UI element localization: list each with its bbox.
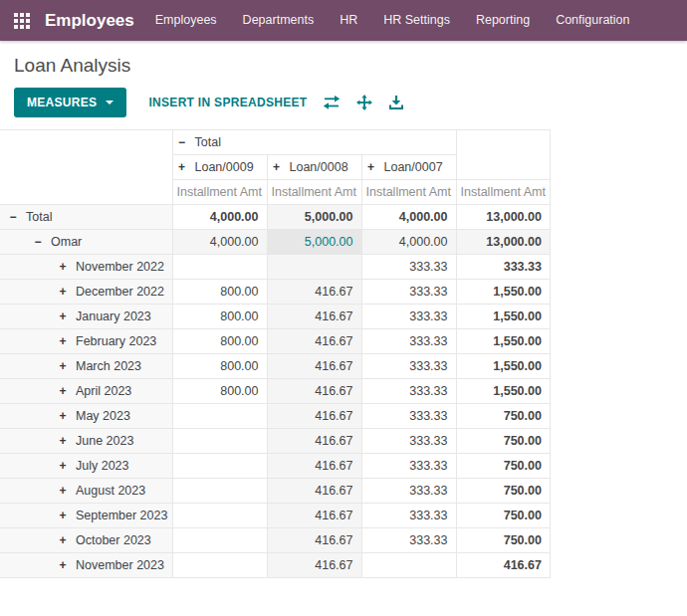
pivot-cell[interactable]: 416.67 bbox=[267, 379, 361, 404]
row-header-december-2022[interactable]: +December 2022 bbox=[0, 280, 172, 305]
pivot-cell[interactable]: 333.33 bbox=[361, 404, 456, 429]
row-header-total[interactable]: −Total bbox=[0, 205, 172, 230]
pivot-cell[interactable]: 13,000.00 bbox=[456, 230, 550, 255]
menu-item-reporting[interactable]: Reporting bbox=[463, 0, 543, 41]
pivot-cell[interactable]: 416.67 bbox=[267, 305, 361, 329]
pivot-row: −Omar4,000.005,000.004,000.0013,000.00 bbox=[0, 230, 550, 255]
pivot-cell[interactable]: 416.67 bbox=[267, 280, 361, 305]
row-header-june-2023[interactable]: +June 2023 bbox=[0, 429, 172, 454]
pivot-cell[interactable]: 1,550.00 bbox=[456, 305, 550, 329]
pivot-cell[interactable]: 1,550.00 bbox=[456, 280, 550, 305]
row-header-may-2023[interactable]: +May 2023 bbox=[0, 404, 172, 429]
pivot-cell[interactable]: 750.00 bbox=[456, 528, 550, 553]
expand-plus-icon: + bbox=[58, 409, 68, 423]
pivot-cell[interactable]: 800.00 bbox=[172, 305, 267, 329]
pivot-cell[interactable]: 416.67 bbox=[267, 454, 361, 479]
pivot-cell[interactable]: 416.67 bbox=[267, 329, 361, 354]
pivot-cell[interactable]: 750.00 bbox=[456, 479, 550, 504]
row-header-november-2023[interactable]: +November 2023 bbox=[0, 553, 172, 578]
insert-in-spreadsheet-button[interactable]: INSERT IN SPREADSHEET bbox=[148, 96, 307, 109]
pivot-cell[interactable]: 750.00 bbox=[456, 454, 550, 479]
pivot-cell[interactable]: 750.00 bbox=[456, 504, 550, 528]
pivot-cell[interactable] bbox=[172, 404, 267, 429]
pivot-cell[interactable]: 333.33 bbox=[361, 255, 456, 280]
pivot-cell[interactable] bbox=[172, 479, 267, 504]
col-group-loan-0007[interactable]: +Loan/0007 bbox=[361, 155, 456, 180]
pivot-cell[interactable] bbox=[172, 454, 267, 479]
pivot-cell[interactable]: 4,000.00 bbox=[361, 230, 456, 255]
pivot-cell[interactable]: 800.00 bbox=[172, 354, 267, 379]
pivot-cell[interactable]: 1,550.00 bbox=[456, 354, 550, 379]
apps-grid-icon[interactable] bbox=[14, 13, 30, 29]
pivot-cell[interactable]: 333.33 bbox=[361, 429, 456, 454]
row-header-february-2023[interactable]: +February 2023 bbox=[0, 329, 172, 354]
collapse-minus-icon: − bbox=[8, 210, 18, 224]
menu-item-configuration[interactable]: Configuration bbox=[543, 0, 642, 41]
row-header-march-2023[interactable]: +March 2023 bbox=[0, 354, 172, 379]
pivot-cell[interactable]: 5,000.00 bbox=[267, 230, 361, 255]
pivot-cell[interactable]: 5,000.00 bbox=[267, 205, 361, 230]
row-header-november-2022[interactable]: +November 2022 bbox=[0, 255, 172, 280]
pivot-cell[interactable]: 333.33 bbox=[361, 354, 456, 379]
pivot-cell[interactable]: 333.33 bbox=[361, 454, 456, 479]
pivot-cell[interactable] bbox=[172, 429, 267, 454]
pivot-cell[interactable]: 416.67 bbox=[267, 479, 361, 504]
col-group-loan-0009[interactable]: +Loan/0009 bbox=[172, 155, 267, 180]
app-title[interactable]: Employees bbox=[45, 11, 134, 31]
pivot-cell[interactable]: 333.33 bbox=[361, 479, 456, 504]
measures-button[interactable]: MEASURES bbox=[14, 88, 126, 117]
pivot-cell[interactable]: 416.67 bbox=[267, 404, 361, 429]
pivot-cell[interactable]: 416.67 bbox=[267, 429, 361, 454]
measure-header[interactable]: Installment Amt bbox=[267, 180, 361, 205]
pivot-cell[interactable]: 800.00 bbox=[172, 280, 267, 305]
pivot-cell[interactable]: 416.67 bbox=[267, 553, 361, 578]
pivot-cell[interactable]: 416.67 bbox=[267, 528, 361, 553]
row-header-august-2023[interactable]: +August 2023 bbox=[0, 479, 172, 504]
pivot-cell[interactable]: 13,000.00 bbox=[456, 205, 550, 230]
pivot-cell[interactable]: 750.00 bbox=[456, 404, 550, 429]
measure-header[interactable]: Installment Amt bbox=[361, 180, 456, 205]
pivot-cell[interactable] bbox=[172, 255, 267, 280]
pivot-cell[interactable] bbox=[267, 255, 361, 280]
pivot-cell[interactable]: 416.67 bbox=[456, 553, 550, 578]
col-group-total[interactable]: −Total bbox=[172, 130, 456, 155]
flip-axis-icon[interactable] bbox=[323, 96, 341, 109]
pivot-cell[interactable]: 750.00 bbox=[456, 429, 550, 454]
pivot-cell[interactable]: 1,550.00 bbox=[456, 379, 550, 404]
pivot-cell[interactable]: 4,000.00 bbox=[172, 230, 267, 255]
pivot-cell[interactable] bbox=[172, 553, 267, 578]
pivot-cell[interactable]: 333.33 bbox=[361, 329, 456, 354]
pivot-header: −Total+Loan/0009+Loan/0008+Loan/0007Inst… bbox=[0, 130, 550, 205]
menu-item-departments[interactable]: Departments bbox=[230, 0, 328, 41]
col-group-loan-0008[interactable]: +Loan/0008 bbox=[267, 155, 361, 180]
row-header-omar[interactable]: −Omar bbox=[0, 230, 172, 255]
pivot-cell[interactable]: 333.33 bbox=[456, 255, 550, 280]
pivot-cell[interactable]: 333.33 bbox=[361, 504, 456, 528]
pivot-cell[interactable]: 4,000.00 bbox=[361, 205, 456, 230]
row-header-september-2023[interactable]: +September 2023 bbox=[0, 504, 172, 528]
pivot-cell[interactable]: 416.67 bbox=[267, 354, 361, 379]
row-header-april-2023[interactable]: +April 2023 bbox=[0, 379, 172, 404]
download-icon[interactable] bbox=[388, 95, 404, 110]
measure-header[interactable]: Installment Amt bbox=[172, 180, 267, 205]
row-header-january-2023[interactable]: +January 2023 bbox=[0, 305, 172, 329]
expand-all-icon[interactable] bbox=[356, 95, 372, 110]
pivot-cell[interactable]: 333.33 bbox=[361, 528, 456, 553]
pivot-cell[interactable]: 333.33 bbox=[361, 379, 456, 404]
pivot-cell[interactable]: 333.33 bbox=[361, 305, 456, 329]
measure-header[interactable]: Installment Amt bbox=[456, 180, 550, 205]
row-header-july-2023[interactable]: +July 2023 bbox=[0, 454, 172, 479]
pivot-cell[interactable] bbox=[172, 504, 267, 528]
pivot-cell[interactable]: 416.67 bbox=[267, 504, 361, 528]
menu-item-employees[interactable]: Employees bbox=[142, 0, 230, 41]
pivot-cell[interactable]: 333.33 bbox=[361, 280, 456, 305]
row-header-october-2023[interactable]: +October 2023 bbox=[0, 528, 172, 553]
pivot-cell[interactable]: 1,550.00 bbox=[456, 329, 550, 354]
pivot-cell[interactable] bbox=[172, 528, 267, 553]
pivot-cell[interactable]: 800.00 bbox=[172, 379, 267, 404]
menu-item-hr[interactable]: HR bbox=[327, 0, 370, 41]
pivot-cell[interactable]: 800.00 bbox=[172, 329, 267, 354]
menu-item-hr-settings[interactable]: HR Settings bbox=[370, 0, 463, 41]
pivot-cell[interactable] bbox=[361, 553, 456, 578]
pivot-cell[interactable]: 4,000.00 bbox=[172, 205, 267, 230]
